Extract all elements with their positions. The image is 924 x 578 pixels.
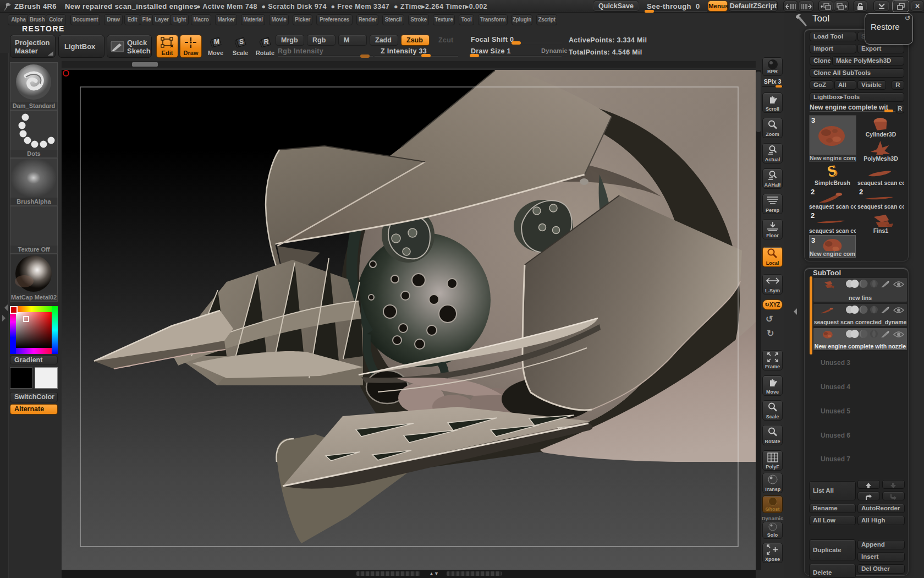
svg-text:R: R	[264, 38, 269, 46]
svg-text:M: M	[214, 38, 219, 46]
svg-text:S: S	[239, 38, 244, 46]
